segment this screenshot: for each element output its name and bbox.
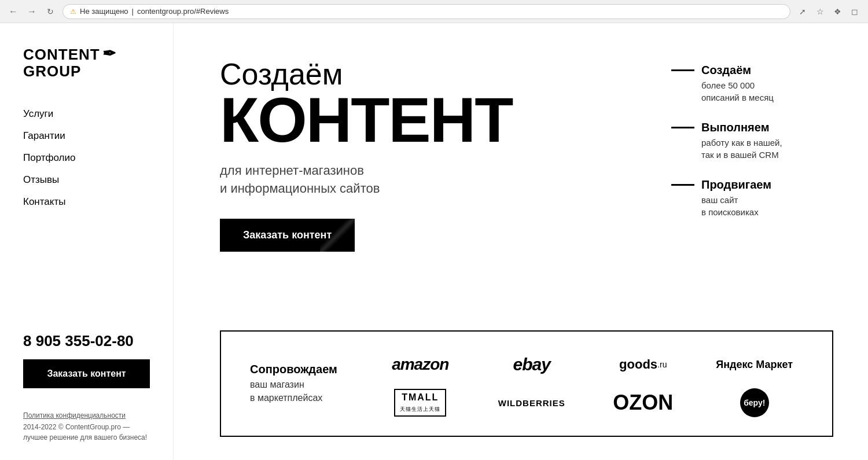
- beru-badge: беру!: [740, 388, 769, 417]
- stat-text-1: Выполняем работу как в нашей,так и в ваш…: [701, 121, 782, 161]
- hero-subtitle: для интернет-магазинов и информационных …: [220, 162, 648, 198]
- bookmark-icon[interactable]: ❖: [831, 5, 844, 18]
- hero-stats: Создаём более 50 000описаний в месяц Вып…: [671, 58, 833, 313]
- copyright-text: 2014-2022 © ContentGroup.pro — лучшее ре…: [23, 422, 150, 443]
- back-button[interactable]: ←: [7, 5, 20, 18]
- order-button-sidebar[interactable]: Заказать контент: [23, 359, 150, 388]
- nav-item-guarantees[interactable]: Гарантии: [23, 130, 150, 142]
- navigation-menu: Услуги Гарантии Портфолио Отзывы Контакт…: [23, 108, 150, 208]
- logo-ebay: ebay: [483, 355, 581, 374]
- stat-text-2: Продвигаем ваш сайтв поисковиках: [701, 178, 771, 218]
- stat-text-0: Создаём более 50 000описаний в месяц: [701, 64, 774, 104]
- stat-desc-2: ваш сайтв поисковиках: [701, 194, 771, 218]
- nav-item-contacts[interactable]: Контакты: [23, 196, 150, 208]
- security-warning-icon: ⚠: [70, 8, 76, 16]
- feather-icon: ✒: [102, 45, 116, 63]
- stat-item-0: Создаём более 50 000описаний в месяц: [671, 64, 833, 104]
- hero-subtitle-line2: и информационных сайтов: [220, 181, 380, 196]
- marketplace-logos: amazon ebay goods.ru Яндекс Маркет TMALL…: [372, 350, 803, 417]
- logo-wildberries: WILDBERRIES: [483, 398, 581, 408]
- stat-desc-1: работу как в нашей,так и в вашей CRM: [701, 137, 782, 161]
- stat-line-2: [671, 184, 694, 186]
- hero-section: Создаём КОНТЕНТ для интернет-магазинов и…: [220, 58, 833, 313]
- page-wrapper: CONTENT GROUP ✒ Услуги Гарантии Портфоли…: [0, 23, 868, 460]
- nav-item-portfolio[interactable]: Портфолио: [23, 152, 150, 164]
- forward-button[interactable]: →: [25, 5, 38, 18]
- stat-title-2: Продвигаем: [701, 178, 771, 192]
- logo-amazon: amazon: [372, 355, 469, 374]
- order-button-hero[interactable]: Заказать контент: [220, 219, 355, 252]
- marketplace-sub-line1: ваш магазин: [250, 380, 304, 389]
- nav-item-reviews[interactable]: Отзывы: [23, 174, 150, 186]
- logo-beru: беру!: [706, 388, 804, 417]
- stat-item-2: Продвигаем ваш сайтв поисковиках: [671, 178, 833, 218]
- stat-item-1: Выполняем работу как в нашей,так и в ваш…: [671, 121, 833, 161]
- logo-text-block: CONTENT GROUP: [23, 46, 100, 79]
- browser-right-actions: ➚ ☆ ❖ ◻: [796, 5, 861, 18]
- logo-line2: GROUP: [23, 63, 100, 80]
- marketplace-section: Сопровождаем ваш магазин в маркетплейсах…: [220, 330, 833, 437]
- logo-tmall: TMALL天猫生活上天猫: [372, 389, 469, 417]
- logo-yandex-market: Яндекс Маркет: [706, 359, 804, 371]
- marketplace-label-sub: ваш магазин в маркетплейсах: [250, 378, 343, 404]
- stat-line-1: [671, 127, 694, 128]
- stat-title-1: Выполняем: [701, 121, 782, 134]
- stat-desc-0: более 50 000описаний в месяц: [701, 79, 774, 104]
- hero-title-line2: КОНТЕНТ: [220, 91, 648, 148]
- address-separator: |: [132, 7, 134, 16]
- marketplace-label: Сопровождаем ваш магазин в маркетплейсах: [250, 363, 343, 404]
- main-content: Создаём КОНТЕНТ для интернет-магазинов и…: [174, 23, 868, 460]
- share-icon[interactable]: ➚: [796, 5, 809, 18]
- privacy-link[interactable]: Политика конфиденциальности: [23, 411, 150, 419]
- hero-left: Создаём КОНТЕНТ для интернет-магазинов и…: [220, 58, 648, 313]
- logo-area: CONTENT GROUP ✒: [23, 46, 150, 79]
- sidebar: CONTENT GROUP ✒ Услуги Гарантии Портфоли…: [0, 23, 174, 460]
- address-bar[interactable]: ⚠ Не защищено | contentgroup.pro/#Review…: [62, 4, 790, 19]
- logo-ozon: OZON: [594, 391, 692, 415]
- logo-goods-ru: goods.ru: [594, 357, 692, 372]
- stat-title-0: Создаём: [701, 64, 774, 77]
- marketplace-label-title: Сопровождаем: [250, 363, 343, 376]
- star-icon[interactable]: ☆: [814, 5, 826, 18]
- logo-line1: CONTENT: [23, 46, 100, 63]
- browser-chrome: ← → ↻ ⚠ Не защищено | contentgroup.pro/#…: [0, 0, 868, 23]
- nav-item-services[interactable]: Услуги: [23, 108, 150, 120]
- marketplace-sub-line2: в маркетплейсах: [250, 393, 322, 403]
- security-warning-text: Не защищено: [80, 7, 128, 16]
- logo: CONTENT GROUP ✒: [23, 46, 150, 79]
- window-icon[interactable]: ◻: [848, 5, 861, 18]
- hero-subtitle-line1: для интернет-магазинов: [220, 163, 364, 178]
- url-text: contentgroup.pro/#Reviews: [137, 7, 229, 16]
- reload-button[interactable]: ↻: [44, 5, 57, 18]
- stat-line-0: [671, 69, 694, 71]
- phone-number: 8 905 355-02-80: [23, 332, 150, 350]
- footer-links: Политика конфиденциальности 2014-2022 © …: [23, 411, 150, 443]
